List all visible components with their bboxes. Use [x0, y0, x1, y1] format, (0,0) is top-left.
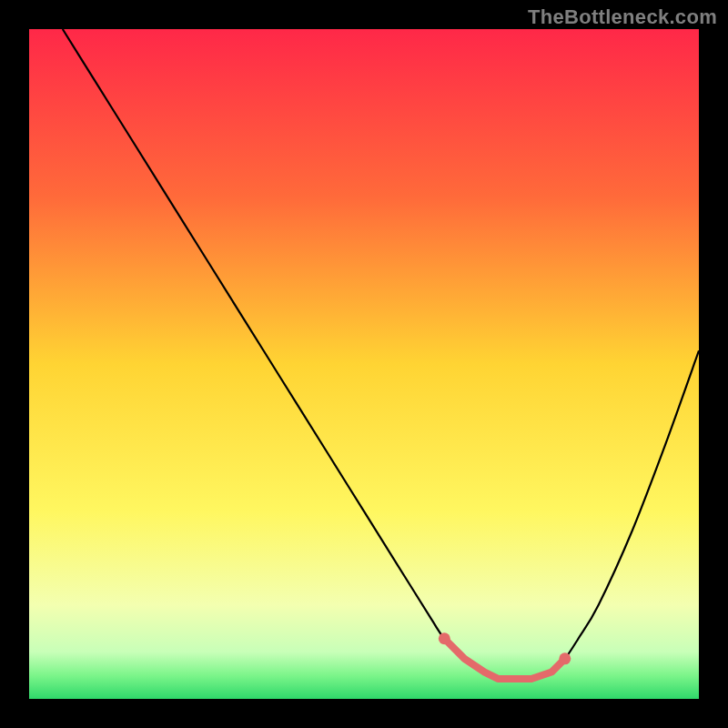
watermark-text: TheBottleneck.com [528, 5, 717, 29]
heat-gradient-background [29, 29, 699, 699]
chart-frame: TheBottleneck.com [0, 0, 728, 728]
plot-area [29, 29, 699, 699]
heat-gradient-rect [29, 29, 699, 699]
